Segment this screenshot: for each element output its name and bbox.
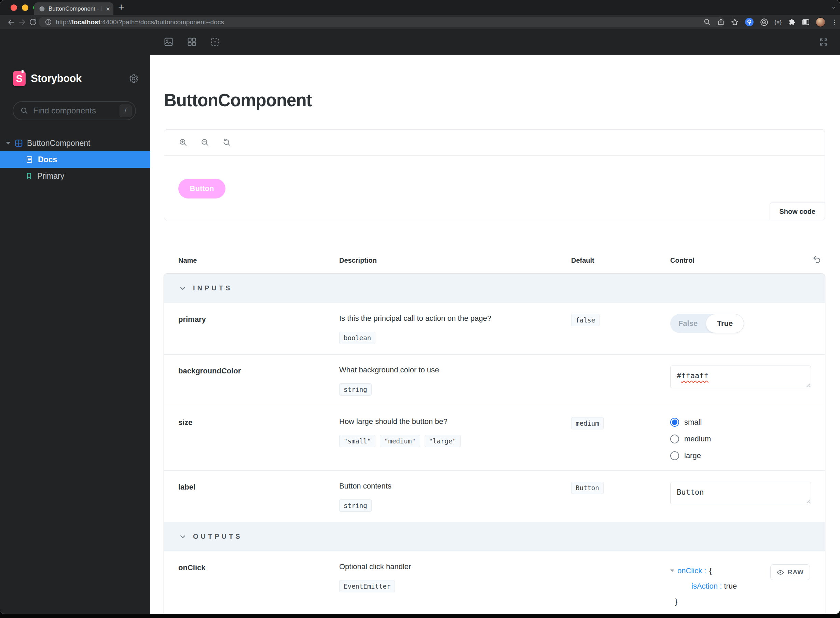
tab-strip: ButtonComponent - Docs · Sto × + ⌄: [0, 0, 840, 15]
sidebar-item-buttoncomponent[interactable]: ButtonComponent: [0, 135, 150, 152]
section-inputs[interactable]: INPUTS: [164, 273, 825, 303]
arg-name: size: [178, 417, 339, 460]
zoom-page-icon[interactable]: [703, 18, 711, 26]
arg-control-cell: onClick : { isAction : true } RAW: [670, 562, 817, 609]
search-box[interactable]: /: [13, 101, 136, 120]
section-outputs[interactable]: OUTPUTS: [164, 522, 825, 551]
bookmark-icon: [25, 172, 33, 180]
radio-option-large[interactable]: large: [670, 451, 817, 460]
url-text: http://localhost:4400/?path=/docs/button…: [56, 18, 224, 26]
gear-icon[interactable]: [128, 73, 139, 84]
url-scheme: http://: [56, 18, 72, 25]
radio-icon[interactable]: [670, 435, 679, 443]
reset-controls-icon[interactable]: [812, 254, 822, 264]
column-description: Description: [339, 257, 571, 264]
raw-toggle-button[interactable]: RAW: [770, 565, 810, 580]
share-icon[interactable]: [717, 18, 725, 26]
zoom-out-icon[interactable]: [200, 138, 210, 147]
arg-description: How large should the button be?: [339, 417, 571, 426]
tab-search-chevron-icon[interactable]: ⌄: [831, 3, 836, 10]
table-row-size: size How large should the button be? "sm…: [164, 406, 825, 470]
target-extension-icon[interactable]: [760, 18, 769, 27]
zoom-in-icon[interactable]: [179, 138, 188, 147]
arg-description-cell: Button contents string: [339, 482, 571, 512]
table-row-label: label Button contents string Button Butt…: [164, 470, 825, 522]
brand-row: S Storybook: [13, 70, 139, 88]
toggle-false[interactable]: False: [670, 314, 706, 333]
tree-child-key[interactable]: isAction :: [692, 582, 722, 590]
zoom-reset-icon[interactable]: [223, 138, 232, 147]
side-panel-icon[interactable]: [802, 18, 810, 26]
site-info-icon[interactable]: [45, 18, 52, 25]
default-chip: false: [571, 314, 600, 326]
label-input[interactable]: Button: [670, 482, 811, 504]
raw-label: RAW: [788, 569, 804, 576]
sidebar-item-docs[interactable]: Docs: [0, 152, 150, 168]
radio-selected-icon[interactable]: [670, 418, 679, 427]
arg-name: label: [178, 482, 339, 512]
radio-icon[interactable]: [670, 451, 679, 460]
forward-icon[interactable]: [18, 18, 27, 27]
browser-menu-icon[interactable]: ⋮: [831, 18, 838, 26]
backgroundcolor-input[interactable]: #ffaaff: [670, 365, 811, 388]
docs-label: Docs: [38, 155, 57, 164]
profile-avatar[interactable]: [816, 18, 825, 27]
tree-close-brace: }: [670, 594, 817, 609]
arg-name: primary: [178, 314, 339, 344]
chevron-down-icon: [179, 533, 187, 541]
column-control: Control: [670, 257, 825, 264]
component-tree: ButtonComponent Docs Primary: [0, 135, 150, 184]
color-value: ffaaff: [681, 371, 708, 380]
back-icon[interactable]: [7, 18, 16, 27]
color-input-wrap: #ffaaff: [670, 365, 811, 388]
reload-icon[interactable]: [29, 18, 37, 27]
background-image-icon[interactable]: [164, 37, 174, 47]
arg-default-cell: false: [571, 314, 670, 344]
arg-default-cell: Button: [571, 482, 670, 512]
type-chip: "small": [339, 435, 375, 447]
arg-control-cell: Button: [670, 482, 817, 512]
password-manager-extension-icon[interactable]: [745, 18, 754, 27]
default-chip: medium: [571, 417, 604, 429]
arg-description: Button contents: [339, 482, 571, 490]
column-default: Default: [571, 257, 670, 264]
boolean-toggle[interactable]: False True: [670, 314, 744, 333]
sidebar-item-primary[interactable]: Primary: [0, 168, 150, 184]
tree-key[interactable]: onClick :: [677, 563, 706, 578]
toggle-true[interactable]: True: [706, 314, 744, 333]
grid-toggle-icon[interactable]: [187, 37, 197, 47]
story-area: Button: [164, 156, 825, 199]
browser-toolbar: http://localhost:4400/?path=/docs/button…: [0, 15, 840, 29]
radio-label: small: [684, 418, 702, 427]
extensions-puzzle-icon[interactable]: [788, 18, 796, 26]
arg-default-cell: medium: [571, 417, 670, 460]
minimize-window-button[interactable]: [22, 4, 28, 11]
search-input[interactable]: [33, 106, 115, 116]
show-code-button[interactable]: Show code: [770, 203, 825, 220]
tab-favicon: [39, 6, 45, 12]
url-bar[interactable]: http://localhost:4400/?path=/docs/button…: [39, 17, 724, 27]
docs-icon: [25, 156, 34, 163]
tree-caret-icon[interactable]: [670, 569, 674, 572]
close-window-button[interactable]: [10, 4, 17, 11]
arg-name: onClick: [178, 562, 339, 609]
section-outputs-label: OUTPUTS: [193, 533, 242, 541]
radio-option-small[interactable]: small: [670, 418, 817, 427]
bookmark-star-icon[interactable]: [731, 18, 739, 26]
measure-outline-icon[interactable]: [210, 37, 220, 47]
expander-caret-icon[interactable]: [6, 142, 10, 144]
new-tab-button[interactable]: +: [118, 1, 124, 13]
docs-canvas: ButtonComponent Button Show code: [150, 55, 840, 614]
arg-control-cell: #ffaaff: [670, 365, 817, 395]
arg-description-cell: Is this the principal call to action on …: [339, 314, 571, 344]
browser-tab[interactable]: ButtonComponent - Docs · Sto ×: [34, 2, 113, 15]
story-button[interactable]: Button: [178, 179, 226, 199]
fullscreen-icon[interactable]: [819, 37, 828, 47]
table-row-primary: primary Is this the principal call to ac…: [164, 303, 825, 354]
arg-description-cell: How large should the button be? "small" …: [339, 417, 571, 460]
label-input-wrap: Button: [670, 482, 811, 504]
close-tab-icon[interactable]: ×: [106, 6, 110, 12]
radio-option-medium[interactable]: medium: [670, 435, 817, 443]
preview-toolbar: [164, 130, 825, 156]
braces-extension-icon[interactable]: {≡}: [775, 19, 782, 25]
